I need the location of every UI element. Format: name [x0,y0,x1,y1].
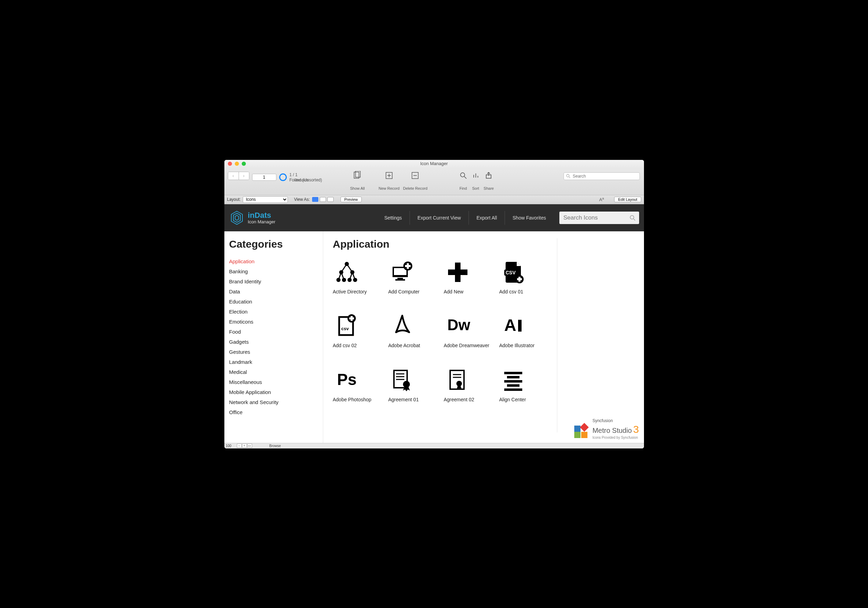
category-data[interactable]: Data [229,287,319,296]
zoom-fit-button[interactable]: ▭ [247,444,252,448]
acrobat-icon [388,312,416,340]
svg-rect-52 [349,317,354,320]
zoom-in-button[interactable]: + [242,444,247,448]
svg-rect-36 [397,278,403,279]
toolbar-search-input[interactable] [564,172,640,180]
align-center-icon [499,366,527,394]
icon-label: Adobe Acrobat [388,343,440,349]
view-form-button[interactable] [312,197,318,202]
icon-adobe-dreamweaver[interactable]: DwAdobe Dreamweaver [444,312,496,349]
category-miscellaneous[interactable]: Miscellaneous [229,377,319,387]
svg-marker-17 [233,213,240,222]
record-number-field[interactable]: 1 [252,174,276,181]
category-office[interactable]: Office [229,407,319,417]
icon-label: Add Computer [388,289,440,295]
show-all-icon [353,171,362,180]
layout-bar: Layout: Icons View As: Preview Aa Edit L… [224,195,644,204]
edit-layout-button[interactable]: Edit Layout [614,197,641,202]
icon-label: Add New [444,289,496,295]
svg-marker-18 [235,216,239,220]
titlebar: Icon Manager [224,160,644,168]
icon-label: Agreement 02 [444,397,496,403]
zoom-out-button[interactable]: − [237,444,242,448]
category-gestures[interactable]: Gestures [229,347,319,357]
ps-icon: Ps [333,366,361,394]
svg-text:A: A [504,316,516,334]
share-button[interactable]: Share [484,171,494,191]
new-record-button[interactable]: New Record [379,171,400,191]
icon-active-directory[interactable]: Active Directory [333,258,385,295]
icon-main: Application Active DirectoryAdd Computer… [323,231,644,443]
svg-line-20 [634,219,635,220]
icon-adobe-illustrator[interactable]: AAdobe Illustrator [499,312,552,349]
icon-search-input[interactable] [560,212,639,224]
new-record-icon [384,171,394,180]
category-food[interactable]: Food [229,327,319,337]
mode-label: Browse [270,444,281,448]
icon-add-computer[interactable]: Add Computer [388,258,440,295]
category-banking[interactable]: Banking [229,266,319,276]
dw-icon: Dw [444,312,472,340]
preview-button[interactable]: Preview [341,197,362,202]
icon-agreement-02[interactable]: Agreement 02 [444,366,496,403]
category-network-and-security[interactable]: Network and Security [229,397,319,407]
layout-select[interactable]: Icons [243,196,288,203]
brand-name: inDats [248,211,276,220]
icon-label: Add csv 01 [499,289,552,295]
icon-agreement-01[interactable]: Agreement 01 [388,366,440,403]
icon-label: Align Center [499,397,552,403]
sort-button[interactable]: Sort [471,171,480,191]
svg-rect-55 [518,320,522,332]
header-link-show-favorites[interactable]: Show Favorites [505,211,553,225]
icon-label: Adobe Photoshop [333,397,385,403]
nav-forward-button[interactable]: › [239,172,249,180]
category-election[interactable]: Election [229,307,319,316]
svg-rect-35 [394,268,406,275]
category-education[interactable]: Education [229,296,319,307]
icon-add-csv-02[interactable]: csvAdd csv 02 [333,312,385,349]
category-mobile-application[interactable]: Mobile Application [229,387,319,397]
category-emoticons[interactable]: Emoticons [229,316,319,327]
svg-line-28 [341,264,347,272]
svg-point-65 [456,381,462,386]
category-brand-identity[interactable]: Brand Identity [229,276,319,287]
nav-back-button[interactable]: ‹ [228,172,239,180]
category-gadgets[interactable]: Gadgets [229,337,319,347]
header-link-settings[interactable]: Settings [377,211,409,225]
layout-label: Layout: [227,197,241,202]
agreement2-icon [444,366,472,394]
svg-rect-47 [517,278,522,280]
view-list-button[interactable] [320,197,326,202]
zoom-value: 100 [226,444,236,448]
toolbar-search [564,172,640,180]
svg-line-8 [464,177,467,178]
text-size-icon[interactable]: Aa [599,197,604,202]
icon-label: Adobe Illustrator [499,343,552,349]
find-button[interactable]: Find [459,171,468,191]
records-label: Records [294,178,308,182]
svg-rect-69 [507,384,519,387]
view-table-button[interactable] [327,197,333,202]
svg-rect-68 [504,380,522,383]
category-application[interactable]: Application [229,256,319,266]
header-link-export-current-view[interactable]: Export Current View [409,211,468,225]
category-medical[interactable]: Medical [229,367,319,377]
category-landmark[interactable]: Landmark [229,357,319,367]
search-icon [629,215,636,221]
delete-record-button[interactable]: Delete Record [403,171,427,191]
show-all-button[interactable]: Show All [350,171,365,191]
svg-rect-37 [395,279,405,281]
icon-label: Add csv 02 [333,343,385,349]
find-icon [459,171,468,180]
icon-add-new[interactable]: Add New [444,258,496,295]
icon-label: Adobe Dreamweaver [444,343,496,349]
icon-adobe-photoshop[interactable]: PsAdobe Photoshop [333,366,385,403]
header-link-export-all[interactable]: Export All [468,211,505,225]
icon-align-center[interactable]: Align Center [499,366,552,403]
svg-rect-42 [448,270,468,275]
svg-rect-66 [504,372,522,374]
svg-point-14 [566,174,569,177]
agreement1-icon [388,366,416,394]
icon-adobe-acrobat[interactable]: Adobe Acrobat [388,312,440,349]
icon-add-csv-01[interactable]: CSVAdd csv 01 [499,258,552,295]
